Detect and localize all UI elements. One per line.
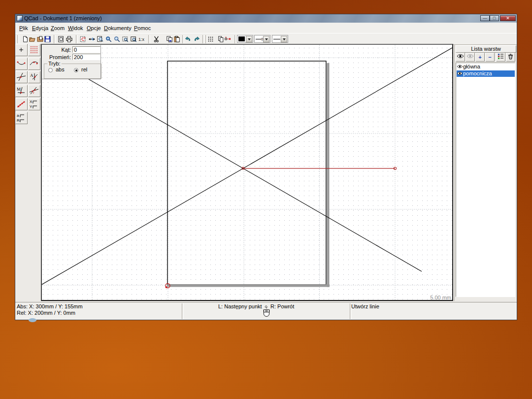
svg-text:Y: Y xyxy=(30,104,33,109)
svg-text:5.00 mm: 5.00 mm xyxy=(430,295,451,300)
svg-text:M: M xyxy=(17,87,21,92)
svg-text:a: a xyxy=(17,113,19,118)
svg-text:X: X xyxy=(30,100,33,104)
svg-text:A: A xyxy=(30,73,33,78)
svg-text:R: R xyxy=(17,118,20,123)
